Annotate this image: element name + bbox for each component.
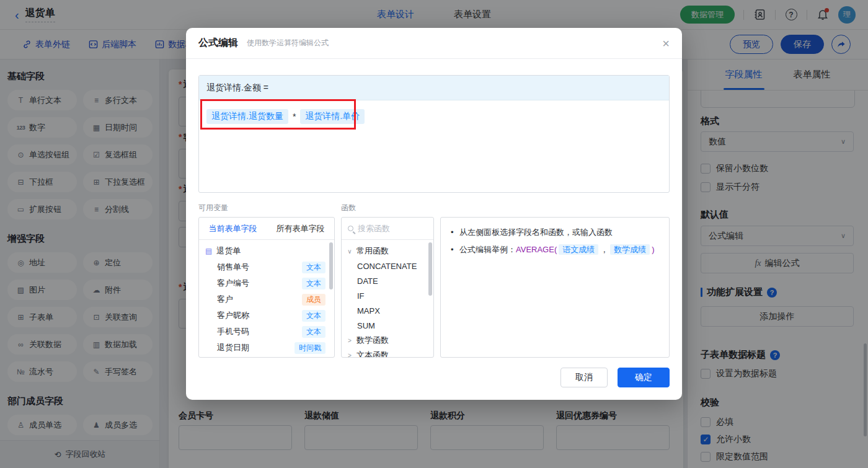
variable-row-customer-no[interactable]: 客户编号文本 — [199, 275, 334, 291]
function-sum[interactable]: SUM — [342, 318, 433, 333]
formula-target: 退货详情.金额 = — [199, 76, 669, 100]
type-tag: 时间戳 — [294, 342, 326, 354]
modal-subtitle: 使用数学运算符编辑公式 — [247, 38, 329, 48]
help-panel: 从左侧面板选择字段名和函数，或输入函数 公式编辑举例：AVERAGE(语文成绩，… — [440, 217, 670, 358]
formula-token-unit-price[interactable]: 退货详情.单价 — [300, 109, 365, 124]
confirm-button[interactable]: 确定 — [618, 368, 670, 387]
help-line-1: 从左侧面板选择字段名和函数，或输入函数 — [450, 226, 660, 239]
modal-title: 公式编辑 — [198, 37, 238, 50]
formula-editor[interactable]: 退货详情.金额 = 退货详情.退货数量 * 退货详情.单价 — [198, 75, 670, 193]
function-mapx[interactable]: MAPX — [342, 303, 433, 318]
type-tag: 文本 — [302, 310, 326, 322]
function-group-math[interactable]: >数学函数 — [342, 333, 433, 348]
type-tag: 文本 — [302, 326, 326, 338]
variable-row-sales-no[interactable]: 销售单号文本 — [199, 259, 334, 275]
type-tag: 成员 — [302, 294, 326, 306]
variables-label: 可用变量 — [198, 203, 335, 213]
function-group-common[interactable]: ∨常用函数 — [342, 244, 433, 258]
form-doc-icon: ▤ — [205, 247, 212, 255]
example-token-chinese-score: 语文成绩 — [559, 244, 598, 255]
variables-panel: 当前表单字段 所有表单字段 ▤ 退货单 销售单号文本 客户编号文本 客户成员 客… — [198, 217, 335, 358]
variable-row-phone[interactable]: 手机号码文本 — [199, 324, 334, 340]
formula-body[interactable]: 退货详情.退货数量 * 退货详情.单价 — [199, 100, 669, 192]
formula-token-quantity[interactable]: 退货详情.退货数量 — [206, 109, 288, 124]
tab-all-form-fields[interactable]: 所有表单字段 — [267, 218, 334, 239]
function-name-example: AVERAGE( — [516, 245, 557, 254]
function-concatenate[interactable]: CONCATENATE — [342, 258, 433, 273]
example-token-math-score: 数学成绩 — [610, 244, 650, 255]
tree-root-form[interactable]: ▤ 退货单 — [199, 243, 334, 259]
search-icon — [348, 226, 353, 231]
type-tag: 文本 — [302, 278, 326, 289]
formula-edit-modal: 公式编辑 使用数学运算符编辑公式 × 退货详情.金额 = 退货详情.退货数量 *… — [186, 28, 682, 400]
close-icon[interactable]: × — [662, 37, 670, 50]
functions-label: 函数 — [341, 203, 434, 213]
variable-row-nickname[interactable]: 客户昵称文本 — [199, 307, 334, 324]
variable-row-customer[interactable]: 客户成员 — [199, 291, 334, 307]
variable-row-return-date[interactable]: 退货日期时间戳 — [199, 340, 334, 356]
function-date[interactable]: DATE — [342, 273, 433, 288]
help-line-2: 公式编辑举例：AVERAGE(语文成绩，数学成绩) — [450, 244, 660, 256]
caret-down-icon: ∨ — [347, 248, 353, 255]
form-designer-app: ‹ 退货单 表单设计 表单设置 数据管理 ? — [0, 0, 868, 468]
formula-operator: * — [293, 112, 296, 121]
cancel-button[interactable]: 取消 — [560, 368, 608, 387]
functions-scrollbar[interactable] — [428, 242, 432, 296]
variables-scrollbar[interactable] — [329, 242, 333, 289]
caret-right-icon: > — [347, 337, 353, 344]
function-if[interactable]: IF — [342, 288, 433, 303]
function-search-input[interactable] — [358, 224, 420, 233]
functions-panel: ∨常用函数 CONCATENATE DATE IF MAPX SUM >数学函数… — [341, 217, 434, 358]
tab-current-form-fields[interactable]: 当前表单字段 — [199, 218, 267, 239]
function-group-text[interactable]: >文本函数 — [342, 348, 433, 358]
caret-right-icon: > — [347, 352, 353, 358]
type-tag: 文本 — [302, 262, 326, 273]
